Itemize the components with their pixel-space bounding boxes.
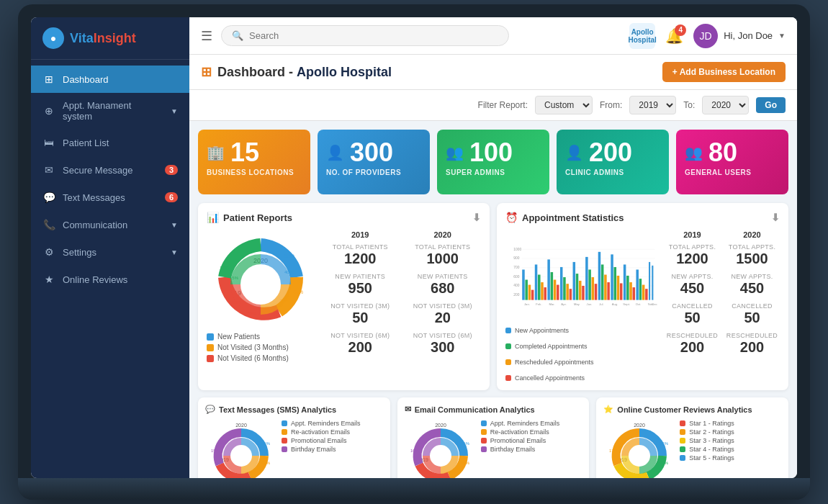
- sidebar-item-reviews[interactable]: ★ Online Reviews: [31, 266, 189, 293]
- sidebar-item-label: Settings: [63, 247, 163, 258]
- patient-donut-chart: 2020 2019: [207, 230, 315, 324]
- appt-year-2020: 2020 TOTAL APPTS. 1500 NEW APPTS. 450: [724, 230, 780, 382]
- stat-num: 50: [665, 310, 720, 326]
- year-title: 2020: [724, 230, 780, 239]
- year-title: 2019: [322, 230, 399, 239]
- message-icon: ✉: [42, 163, 55, 176]
- svg-text:30%: 30%: [293, 289, 303, 294]
- user-dropdown-icon: ▼: [778, 32, 786, 40]
- svg-rect-25: [531, 290, 534, 300]
- sidebar-item-messages[interactable]: ✉ Secure Message 3: [31, 156, 189, 184]
- patient-report-content: 2020 2019: [207, 230, 481, 362]
- svg-rect-53: [620, 283, 623, 300]
- sidebar-item-settings[interactable]: ⚙ Settings ▼: [31, 238, 189, 266]
- stat-num: 50: [322, 310, 399, 326]
- stat-label: NOT VISITED (6M): [405, 332, 482, 339]
- svg-rect-46: [598, 252, 601, 300]
- download-icon[interactable]: ⬇: [472, 212, 481, 223]
- svg-text:30%: 30%: [660, 461, 669, 465]
- stat-num: 20: [405, 310, 482, 326]
- svg-text:Jul.: Jul.: [599, 302, 604, 306]
- from-year-select[interactable]: 2019: [629, 96, 676, 114]
- svg-text:35%: 35%: [284, 253, 294, 258]
- svg-text:20%: 20%: [227, 475, 236, 478]
- sidebar-item-appt[interactable]: ⊕ Appt. Manament system ▼: [31, 93, 189, 129]
- legend-label: Appt. Reminders Emails: [291, 420, 361, 427]
- svg-text:Dec.: Dec.: [652, 302, 657, 306]
- svg-text:35%: 35%: [261, 441, 271, 446]
- stat-row: NEW PATIENTS 680: [405, 273, 482, 297]
- svg-text:30%: 30%: [261, 461, 271, 465]
- email-chart-area: 2020 2019 75: [405, 420, 582, 478]
- legend-dot: [481, 420, 487, 426]
- legend-label: Not Visited (3 Months): [217, 343, 289, 351]
- sms-title: 💬 Text Messages (SMS) Analytics: [205, 405, 383, 414]
- stat-card-locations: 🏢 15 BUSINESS LOCATIONS: [198, 130, 310, 194]
- reviews-donut-chart: 2020 2019 33: [603, 420, 675, 478]
- chevron-down-icon: ▼: [171, 107, 178, 115]
- user-info[interactable]: JD Hi, Jon Doe ▼: [693, 24, 786, 48]
- legend-item: Star 1 - Ratings: [680, 420, 734, 427]
- svg-text:Sept.: Sept.: [623, 302, 630, 306]
- patient-reports-title: 📊 Patient Reports ⬇: [207, 212, 481, 223]
- stat-label: TOTAL APPTS.: [665, 243, 720, 251]
- legend-item: Birthday Emails: [481, 446, 560, 453]
- charts-row: 📊 Patient Reports ⬇ 2020 2019: [189, 203, 797, 397]
- svg-text:20%: 20%: [232, 300, 241, 305]
- legend-label: Not Visited (6 Months): [217, 354, 289, 362]
- legend-item: Star 5 - Ratings: [680, 454, 734, 462]
- sidebar-item-label: Text Messages: [63, 192, 158, 203]
- stat-cards: 🏢 15 BUSINESS LOCATIONS 👤 300 NO. OF PRO…: [189, 121, 797, 203]
- download-icon[interactable]: ⬇: [771, 212, 780, 223]
- legend-dot: [481, 429, 487, 435]
- notification-button[interactable]: 🔔 4: [665, 27, 683, 45]
- legend-dot: [481, 446, 487, 452]
- sidebar-item-text[interactable]: 💬 Text Messages 6: [31, 184, 189, 211]
- content-header: ⊞ Dashboard - Apollo Hospital + Add Busi…: [189, 55, 797, 90]
- reviews-chart-area: 2020 2019 33: [603, 420, 781, 478]
- stat-row: CANCELLED 50: [724, 302, 780, 326]
- sms-analytics-card: 💬 Text Messages (SMS) Analytics 2020 201…: [198, 397, 390, 478]
- svg-rect-27: [538, 274, 541, 300]
- filter-type-select[interactable]: Custom: [535, 96, 593, 114]
- legend-dot: [207, 355, 214, 362]
- email-title: ✉ Email Communication Analytics: [405, 405, 582, 414]
- legend-dot: [505, 375, 511, 381]
- sidebar-item-dashboard[interactable]: ⊞ Dashboard: [31, 66, 189, 93]
- stat-card-clinic: 👤 200 CLINIC ADMINS: [557, 130, 669, 194]
- sidebar-item-patients[interactable]: 🛏 Patient List: [31, 129, 189, 156]
- svg-text:15%: 15%: [211, 449, 220, 453]
- text-icon: 💬: [42, 191, 55, 204]
- hamburger-icon[interactable]: ☰: [201, 28, 212, 44]
- legend-dot: [282, 429, 287, 435]
- search-box[interactable]: 🔍: [221, 25, 509, 46]
- legend-dot: [505, 359, 511, 365]
- stat-label: NOT VISITED (6M): [322, 332, 399, 339]
- go-button[interactable]: Go: [756, 97, 786, 113]
- legend-dot: [680, 429, 685, 435]
- sidebar-item-label: Patient List: [63, 138, 178, 148]
- add-business-button[interactable]: + Add Business Location: [662, 62, 786, 82]
- sidebar-item-comm[interactable]: 📞 Communication ▼: [31, 211, 189, 238]
- email-label: Email Communication Analytics: [415, 405, 535, 414]
- reviews-label: Online Customer Reviews Analytics: [617, 405, 752, 414]
- stat-num: 680: [405, 280, 482, 297]
- svg-text:25%: 25%: [280, 299, 289, 303]
- legend-label: Star 5 - Ratings: [689, 454, 734, 462]
- stat-label: TOTAL PATIENTS: [405, 243, 482, 251]
- svg-rect-34: [560, 267, 563, 300]
- stat-row: TOTAL PATIENTS 1000: [405, 243, 482, 267]
- svg-rect-41: [582, 286, 585, 300]
- legend-item: Not Visited (3 Months): [207, 343, 315, 351]
- stat-row: NEW APPTS. 450: [665, 273, 720, 297]
- to-year-select[interactable]: 2020: [702, 96, 749, 114]
- search-input[interactable]: [249, 30, 498, 41]
- bar-chart: 1000 900 700 600 400 200: [505, 230, 657, 324]
- stat-row: NOT VISITED (3M) 20: [405, 302, 482, 326]
- svg-rect-50: [611, 254, 613, 300]
- settings-icon: ⚙: [42, 246, 55, 258]
- legend-dot: [680, 438, 685, 444]
- stat-num: 1200: [665, 251, 720, 267]
- appt-chart-content: 1000 900 700 600 400 200: [505, 230, 780, 382]
- stat-label: TOTAL APPTS.: [724, 243, 780, 251]
